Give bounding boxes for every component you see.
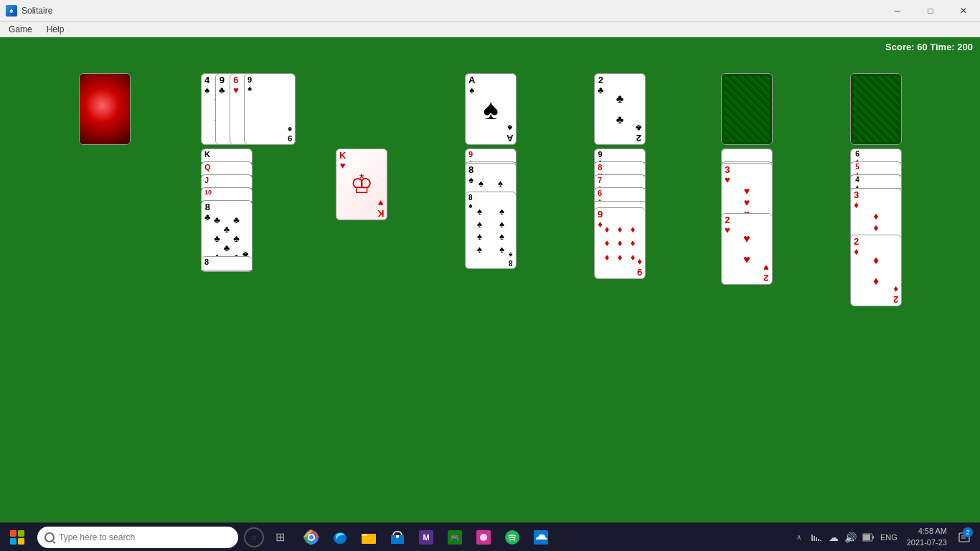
- taskbar-right: ∧ ☁ 🔊 ENG 4:58 AM 20: [792, 524, 980, 550]
- notification-center[interactable]: 2: [954, 524, 974, 550]
- volume-icon[interactable]: 🔊: [844, 530, 858, 545]
- stacked-queen[interactable]: Q: [201, 161, 253, 176]
- stacked-9-diamonds-col4[interactable]: 9♦: [465, 149, 517, 163]
- clock-time: 4:58 AM: [907, 526, 947, 537]
- search-input[interactable]: [59, 532, 231, 542]
- card-2-clubs[interactable]: 2♣ 2♣ ♣ ♣: [594, 73, 646, 145]
- stacked-6-diamonds[interactable]: 6♦: [594, 187, 646, 202]
- card-col5-bottom[interactable]: 9♦ 9♦ ♦♦♦ ♦♦♦ ♦♦♦: [594, 207, 646, 279]
- svg-rect-5: [362, 534, 367, 536]
- game-icon[interactable]: 🎮: [442, 524, 468, 550]
- svg-point-2: [309, 535, 314, 540]
- taskbar-apps: M 🎮: [293, 524, 560, 550]
- stacked-col7-c[interactable]: 4▲: [850, 174, 902, 189]
- card-back-col7[interactable]: [850, 73, 902, 145]
- stacked-king[interactable]: K: [201, 149, 253, 163]
- svg-rect-18: [818, 539, 819, 541]
- cortana-button[interactable]: ○: [244, 527, 264, 547]
- stacked-col7-a[interactable]: 6▲: [850, 149, 902, 163]
- stacked-10[interactable]: 10: [201, 187, 253, 202]
- titlebar-title: Solitaire: [22, 6, 52, 16]
- menu-help[interactable]: Help: [41, 23, 70, 36]
- svg-text:🎮: 🎮: [450, 532, 460, 542]
- stacked-9-clubs[interactable]: 9♣: [594, 149, 646, 163]
- language-indicator[interactable]: ENG: [878, 530, 900, 545]
- stacked-8-hearts[interactable]: 8♥: [594, 161, 646, 176]
- search-bar[interactable]: [37, 527, 238, 548]
- wifi-icon[interactable]: [809, 530, 824, 545]
- svg-rect-15: [811, 534, 813, 541]
- card-8-spades-bot[interactable]: 8♠ 8♠ ♠♠ ♠♠ ♠♠ ♠♠: [465, 192, 517, 269]
- search-icon: [44, 532, 55, 542]
- file-explorer-icon[interactable]: [356, 524, 382, 550]
- windows-logo: [10, 530, 24, 545]
- svg-rect-19: [820, 540, 821, 541]
- cloud-icon[interactable]: ☁: [826, 530, 841, 545]
- onedrive-icon[interactable]: [528, 524, 554, 550]
- battery-icon[interactable]: [861, 530, 875, 545]
- close-button[interactable]: ✕: [947, 0, 980, 22]
- taskbar: ○ ⊞: [0, 522, 980, 551]
- titlebar: ♠ Solitaire ─ □ ✕: [0, 0, 980, 22]
- stacked-col7-b[interactable]: 5▲: [850, 161, 902, 176]
- card-2-spades[interactable]: 2♦ 2♦ ♦ ♦: [850, 235, 902, 306]
- card-9-spades-top[interactable]: 9♠ 9♠: [244, 73, 296, 145]
- maximize-button[interactable]: □: [914, 0, 947, 22]
- svg-point-12: [480, 534, 487, 541]
- stacked-jack[interactable]: J: [201, 174, 253, 189]
- chrome-icon[interactable]: [298, 524, 324, 550]
- tray-expand-icon[interactable]: ∧: [792, 530, 806, 545]
- svg-rect-16: [814, 536, 815, 541]
- menubar: Game Help: [0, 22, 980, 37]
- titlebar-controls: ─ □ ✕: [881, 0, 980, 22]
- svg-text:M: M: [423, 533, 429, 542]
- dev-tool-icon[interactable]: M: [413, 524, 439, 550]
- stacked-7-diamonds[interactable]: 7♦: [594, 174, 646, 189]
- svg-rect-22: [863, 534, 870, 540]
- svg-rect-21: [872, 536, 874, 539]
- photo-icon[interactable]: [471, 524, 496, 550]
- task-view-icon: ⊞: [275, 530, 285, 544]
- game-area[interactable]: Score: 60 Time: 200 4♠ 4♠ ♠♠ ♠♠ 9♣ 9♣ 6♥…: [0, 37, 980, 522]
- store-icon[interactable]: [385, 524, 410, 550]
- score-bar: Score: 60 Time: 200: [885, 42, 973, 52]
- card-ace-spades[interactable]: A♠ A♠ ♠: [465, 73, 517, 145]
- task-view-button[interactable]: ⊞: [267, 524, 293, 550]
- card-king-hearts[interactable]: K♥ K♥ ♔: [336, 149, 387, 220]
- edge-icon[interactable]: [327, 524, 353, 550]
- menu-game[interactable]: Game: [3, 23, 38, 36]
- stacked-8b[interactable]: 8: [201, 256, 253, 270]
- svg-rect-17: [816, 537, 817, 541]
- notification-count: 2: [963, 527, 973, 537]
- titlebar-left: ♠ Solitaire: [0, 5, 52, 17]
- system-clock[interactable]: 4:58 AM 2021-07-23: [903, 526, 951, 548]
- stacked-col6-a[interactable]: [721, 149, 773, 163]
- minimize-button[interactable]: ─: [881, 0, 914, 22]
- card-back-col6[interactable]: [721, 73, 773, 145]
- app-icon: ♠: [6, 5, 17, 17]
- cortana-icon: ○: [251, 532, 256, 542]
- start-button[interactable]: [0, 523, 34, 552]
- stock-pile[interactable]: [79, 73, 131, 145]
- clock-date: 2021-07-23: [907, 537, 947, 548]
- spotify-icon[interactable]: [499, 524, 525, 550]
- card-2-diamonds[interactable]: 2♥ 2♥ ♥ ♥: [721, 213, 773, 285]
